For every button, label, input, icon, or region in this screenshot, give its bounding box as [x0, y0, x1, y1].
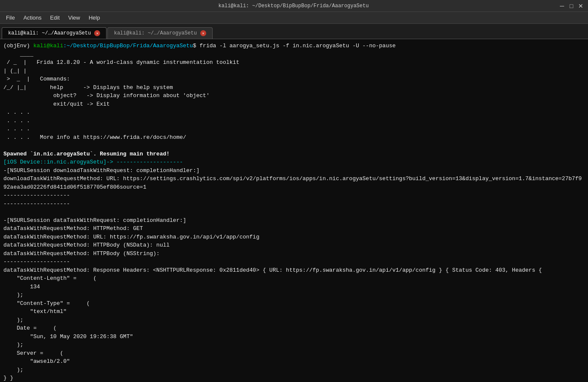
spawned-line: Spawned `in.nic.arogyaSetu`. Resuming ma… [3, 150, 585, 158]
maximize-button[interactable]: □ [568, 2, 575, 10]
frida-dots-2: . . . . [3, 117, 585, 125]
prompt-user: kali@kali [33, 43, 63, 49]
tab-1-label: kali@kali: ~/…/AaarogyaSetu [8, 30, 91, 36]
header-content-length-key: "Content-Length" = ( [3, 274, 585, 283]
blank-1 [3, 141, 585, 150]
window-controls: ─ □ ✕ [558, 2, 585, 10]
prompt-line: (objEnv) kali@kali:~/Desktop/BipBupBop/F… [3, 42, 585, 50]
prompt-symbol: $ frida -l aarogya_setu.js -f in.nic.aro… [193, 43, 396, 49]
sep-2: -------------------- [3, 200, 585, 208]
nsurlsession-data: -[NSURLSession dataTaskWithRequest: comp… [3, 216, 585, 225]
header-content-type-end: ); [3, 316, 585, 325]
frida-art-5: /_/ |_| help -> Displays the help system [3, 83, 585, 92]
data-body-nsdata: dataTaskWithRequestMethod: HTTPBody (NSD… [3, 241, 585, 250]
data-method: dataTaskWithRequestMethod: HTTPMethod: G… [3, 224, 585, 233]
window-title: kali@kali: ~/Desktop/BipBupBop/Frida/Aaa… [29, 3, 558, 9]
menu-help[interactable]: Help [84, 14, 104, 22]
frida-art-4: > _ | Commands: [3, 75, 585, 83]
header-server-end: ); [3, 366, 585, 374]
terminal-output[interactable]: (objEnv) kali@kali:~/Desktop/BipBupBop/F… [0, 39, 588, 382]
frida-dots-3: . . . . [3, 125, 585, 133]
menu-bar: File Actions Edit View Help [0, 12, 588, 24]
prompt-path: :~/Desktop/BipBupBop/Frida/AaarogyaSetu [63, 43, 193, 49]
nsurlsession-download: -[NSURLSession downloadTaskWithRequest: … [3, 167, 585, 175]
header-content-type-val: "text/html" [3, 307, 585, 316]
title-bar: kali@kali: ~/Desktop/BipBupBop/Frida/Aaa… [0, 0, 588, 12]
prompt-env: (objEnv) [3, 43, 33, 49]
menu-actions[interactable]: Actions [19, 14, 46, 22]
frida-dots-1: . . . . [3, 108, 585, 117]
frida-art-3: | (_| | [3, 67, 585, 75]
header-date-end: ); [3, 341, 585, 349]
tab-bar: kali@kali: ~/…/AaarogyaSetu ✕ kali@kali:… [0, 24, 588, 39]
header-date-key: Date = ( [3, 324, 585, 333]
data-url: dataTaskWithRequestMethod: URL: https://… [3, 233, 585, 241]
tab-2[interactable]: kali@kali: ~/…/AaarogyaSetu ✕ [107, 27, 212, 39]
frida-moreinfo: . . . . More info at https://www.frida.r… [3, 133, 585, 142]
tab-2-label: kali@kali: ~/…/AaarogyaSetu [114, 30, 196, 36]
data-body-nsstring: dataTaskWithRequestMethod: HTTPBody (NSS… [3, 250, 585, 258]
ios-device-line: [iOS Device::in.nic.arogyaSetu]-> ------… [3, 158, 585, 167]
header-content-type-key: "Content-Type" = ( [3, 299, 585, 308]
frida-art-1: ____ [3, 50, 585, 59]
menu-file[interactable]: File [2, 14, 19, 22]
header-date-val: "Sun, 10 May 2020 19:26:38 GMT" [3, 333, 585, 341]
tab-1[interactable]: kali@kali: ~/…/AaarogyaSetu ✕ [2, 27, 107, 39]
frida-cmd-2: exit/quit -> Exit [3, 100, 585, 109]
tab-2-close[interactable]: ✕ [200, 30, 206, 36]
sep-1: -------------------- [3, 191, 585, 200]
sep-3: -------------------- [3, 258, 585, 266]
menu-view[interactable]: View [64, 14, 84, 22]
header-server-val: "awselb/2.0" [3, 357, 585, 366]
tab-1-close[interactable]: ✕ [94, 30, 100, 36]
minimize-button[interactable]: ─ [558, 2, 566, 10]
response-headers: dataTaskWithRequestMethod: Response Head… [3, 266, 585, 275]
frida-cmd-1: object? -> Display information about 'ob… [3, 92, 585, 100]
download-url-line: downloadTaskWithRequestMethod: URL: http… [3, 175, 585, 191]
header-content-length-end: ); [3, 291, 585, 299]
headers-close: } } [3, 374, 585, 382]
header-server-key: Server = ( [3, 349, 585, 358]
close-button[interactable]: ✕ [577, 2, 585, 10]
blank-2 [3, 208, 585, 216]
header-content-length-val: 134 [3, 283, 585, 291]
menu-edit[interactable]: Edit [46, 14, 64, 22]
frida-art-2: / _ | Frida 12.8.20 - A world-class dyna… [3, 58, 585, 67]
